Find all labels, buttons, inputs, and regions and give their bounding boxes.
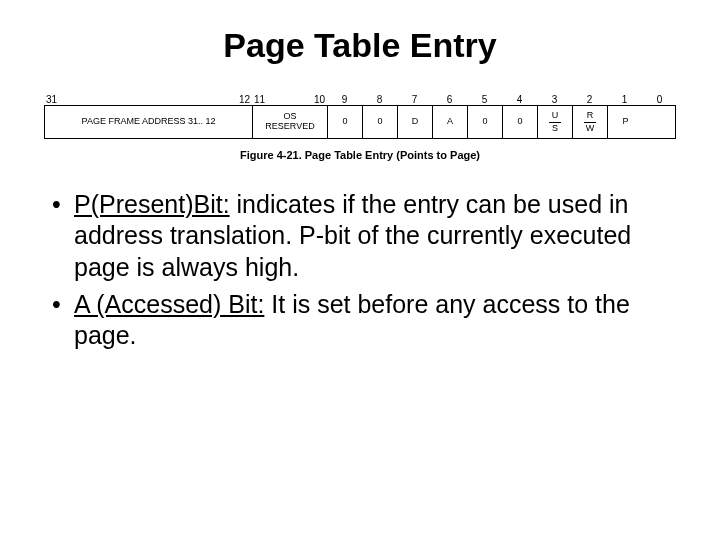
bit-5: 5	[467, 94, 502, 105]
bit-2: 2	[572, 94, 607, 105]
field-us-top: U	[552, 111, 559, 121]
field-bit4: 0	[503, 106, 538, 138]
list-item: A (Accessed) Bit: It is set before any a…	[46, 289, 674, 352]
bit-0: 0	[642, 94, 677, 105]
page-title: Page Table Entry	[40, 26, 680, 65]
bullet-term: A (Accessed) Bit:	[74, 290, 264, 318]
bit-10: 10	[314, 94, 325, 105]
bit-31: 31	[46, 94, 57, 105]
figure-caption: Figure 4-21. Page Table Entry (Points to…	[40, 149, 680, 161]
bit-9: 9	[327, 94, 362, 105]
bit-3: 3	[537, 94, 572, 105]
pte-diagram: 31 12 11 10 9 8 7 6 5 4 3 2 1 0 PAGE FRA…	[44, 89, 676, 139]
bullet-list: P(Present)Bit: indicates if the entry ca…	[40, 189, 680, 351]
field-bit9: 0	[328, 106, 363, 138]
field-bit8: 0	[363, 106, 398, 138]
bit-number-row: 31 12 11 10 9 8 7 6 5 4 3 2 1 0	[44, 89, 676, 105]
field-a: A	[433, 106, 468, 138]
bullet-term: P(Present)Bit:	[74, 190, 230, 218]
bit-1: 1	[607, 94, 642, 105]
bit-8: 8	[362, 94, 397, 105]
field-p: P	[608, 106, 643, 138]
field-d: D	[398, 106, 433, 138]
field-us: U S	[538, 106, 573, 138]
field-os-reserved: OS RESERVED	[253, 106, 328, 138]
field-rw: R W	[573, 106, 608, 138]
field-row: PAGE FRAME ADDRESS 31.. 12 OS RESERVED 0…	[44, 105, 676, 139]
field-us-bot: S	[552, 124, 558, 134]
list-item: P(Present)Bit: indicates if the entry ca…	[46, 189, 674, 283]
field-os-line2: RESERVED	[265, 122, 314, 132]
bit-12: 12	[239, 94, 250, 105]
field-rw-top: R	[587, 111, 594, 121]
bit-4: 4	[502, 94, 537, 105]
field-rw-bot: W	[586, 124, 595, 134]
bit-7: 7	[397, 94, 432, 105]
bit-11: 11	[254, 94, 265, 105]
field-bit5: 0	[468, 106, 503, 138]
field-page-frame-address: PAGE FRAME ADDRESS 31.. 12	[45, 106, 253, 138]
bit-6: 6	[432, 94, 467, 105]
